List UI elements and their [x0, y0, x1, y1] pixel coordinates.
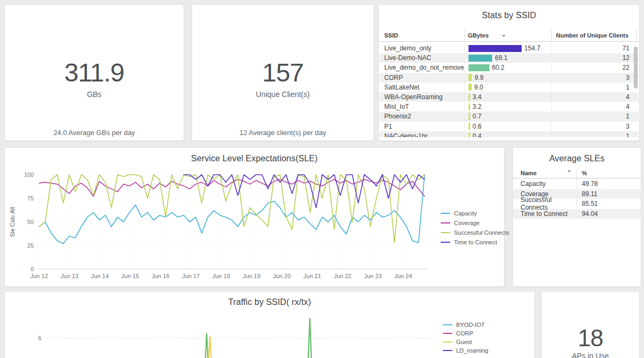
table-row[interactable]: Mist_IoT3.24: [379, 102, 639, 111]
ssid-name: CORP: [379, 74, 464, 81]
legend-item-byod-iot[interactable]: BYOD-IOT: [443, 320, 488, 329]
gbytes-value: 3.2: [473, 103, 482, 110]
gbytes-bar: [469, 94, 470, 101]
y-tick-label: 50: [27, 219, 34, 225]
traffic-spike: [204, 334, 209, 358]
sle-name: Successful Connects: [513, 196, 574, 211]
unique-clients-caption: 12 Average client(s) per day: [192, 129, 374, 137]
legend-item-successful-connects[interactable]: Successful Connects: [441, 228, 509, 237]
x-tick-label: Jun 18: [213, 273, 230, 279]
table-row[interactable]: SaltLakeNet9.01: [379, 83, 639, 92]
table-row[interactable]: Live_demo_only154.771: [379, 43, 639, 53]
percent-column-header[interactable]: %: [582, 170, 587, 176]
table-row[interactable]: Capacity49.78: [513, 179, 641, 189]
gbytes-bar-cell: 60.2: [464, 63, 551, 72]
table-row[interactable]: Live-Demo-NAC69.112: [379, 53, 639, 63]
gbytes-bar-cell: 9.0: [464, 83, 551, 92]
table-row[interactable]: Successful Connects85.51: [513, 199, 641, 209]
y-tick-label: 25: [27, 242, 34, 249]
legend-item-capacity[interactable]: Capacity: [441, 208, 509, 218]
gbytes-bar-cell: 154.7: [464, 43, 551, 53]
legend-item-coverage[interactable]: Coverage: [441, 218, 509, 228]
series-line-successful-connects: [39, 175, 425, 243]
unique-clients-value: 4: [551, 102, 639, 111]
table-row[interactable]: NAC-demo-1br0.41: [379, 131, 639, 137]
average-sles-header: Name ⌃ %: [513, 168, 641, 178]
table-row[interactable]: Live_demo_do_not_remove60.222: [379, 63, 639, 72]
gbytes-bar: [469, 132, 470, 137]
name-column-header[interactable]: Name: [521, 170, 537, 176]
legend-swatch-icon: [441, 213, 450, 214]
card-traffic-chart: Traffic by SSID( rx/tx) 6 BYOD-IOTCORPGu…: [4, 291, 535, 358]
table-row[interactable]: WBA-OpenRoaming3.44: [379, 92, 639, 102]
gbytes-bar-cell: 0.6: [464, 122, 551, 131]
unique-clients-value: 1: [551, 111, 639, 121]
sle-percent: 49.78: [574, 180, 598, 188]
legend-swatch-icon: [443, 324, 452, 325]
ssid-name: Live_demo_only: [379, 44, 464, 52]
y-tick-label: 75: [27, 195, 34, 202]
unique-clients-value: 157: [192, 60, 374, 86]
legend-item-ld-roaming[interactable]: LD_roaming: [443, 346, 488, 355]
clients-column-header[interactable]: Number of Unique Clients: [556, 32, 628, 39]
unique-clients-value: 4: [551, 92, 639, 102]
card-total-gbs: 311.9 GBs 24.0 Average GBs per day: [4, 4, 184, 141]
card-unique-clients: 157 Unique Client(s) 12 Average client(s…: [192, 4, 374, 141]
x-tick-label: Jun 16: [152, 273, 170, 279]
gbytes-column-header[interactable]: GBytes: [468, 32, 489, 39]
header-divider: [551, 29, 552, 41]
legend-item-corp[interactable]: CORP: [443, 329, 488, 338]
table-row[interactable]: CORP9.93: [379, 73, 639, 83]
unique-clients-value: 1: [551, 83, 639, 92]
legend-item-guest[interactable]: Guest: [443, 338, 488, 346]
table-row[interactable]: Phoenix20.71: [379, 111, 639, 121]
ssid-column-header[interactable]: SSID: [384, 32, 398, 39]
x-tick-label: Jun 17: [182, 273, 200, 279]
gbytes-bar: [469, 45, 522, 52]
total-gbs-value: 311.9: [5, 60, 184, 86]
sle-percent: 94.04: [574, 210, 598, 218]
y-tick-label: 0: [31, 266, 34, 272]
legend-item-time-to-connect[interactable]: Time to Connect: [441, 237, 509, 247]
x-tick-label: Jun 21: [303, 273, 321, 279]
gbytes-bar-cell: 0.7: [464, 111, 551, 121]
sle-name: Capacity: [513, 180, 574, 188]
ssid-table-scrollbar[interactable]: [634, 47, 638, 88]
y-tick-label: 100: [24, 171, 34, 178]
x-tick-label: Jun 24: [394, 273, 412, 279]
gbytes-bar-cell: 0.4: [464, 131, 551, 137]
gbytes-bar: [469, 113, 470, 120]
legend-label: Coverage: [454, 220, 480, 226]
sle-chart: 0255075100Sle Calc AltJun 12Jun 13Jun 14…: [5, 148, 505, 287]
gbytes-value: 0.6: [473, 123, 482, 130]
ssid-name: WBA-OpenRoaming: [379, 93, 464, 101]
gbytes-bar: [469, 74, 472, 81]
sle-percent: 89.11: [574, 190, 597, 198]
sort-ascending-icon[interactable]: ⌃: [567, 170, 572, 176]
x-tick-label: Jun 13: [61, 273, 78, 279]
gbytes-bar-cell: 3.4: [464, 92, 551, 102]
total-gbs-caption: 24.0 Average GBs per day: [5, 129, 184, 137]
gbytes-value: 154.7: [524, 44, 540, 52]
x-tick-label: Jun 23: [364, 273, 382, 279]
gbytes-bar-cell: 9.9: [464, 73, 551, 83]
legend-swatch-icon: [443, 341, 452, 342]
x-tick-label: Jun 19: [243, 273, 260, 279]
x-tick-label: Jun 15: [121, 273, 139, 279]
ssid-name: P1: [379, 123, 464, 130]
gbytes-value: 9.9: [474, 74, 484, 81]
sle-percent: 85.51: [574, 200, 598, 207]
legend-swatch-icon: [441, 242, 450, 243]
gbytes-value: 0.4: [473, 132, 482, 137]
gbytes-value: 9.0: [474, 84, 484, 91]
table-row[interactable]: Time to Connect94.04: [513, 209, 641, 219]
gbytes-value: 3.4: [473, 93, 482, 101]
gbytes-value: 60.2: [492, 64, 504, 71]
y-axis-title: Sle Calc Alt: [9, 207, 16, 237]
average-sles-title: Average SLEs: [513, 154, 641, 163]
header-divider: [464, 29, 465, 41]
legend-swatch-icon: [441, 232, 450, 233]
gbytes-sort-dropdown-icon[interactable]: ⌄: [501, 32, 506, 38]
table-row[interactable]: P10.63: [379, 122, 639, 131]
legend-label: BYOD-IOT: [456, 322, 485, 328]
